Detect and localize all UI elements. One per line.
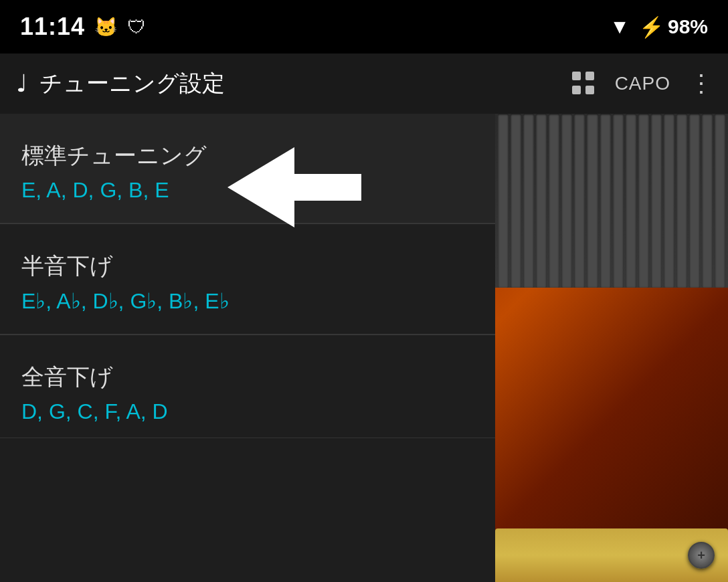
grid-dot (572, 72, 581, 80)
status-bar: 11:14 🐱 🛡 ▼ ⚡ 98% (0, 0, 728, 54)
app-title-area: ♩ チューニング設定 (16, 68, 561, 99)
battery-percentage: 98% (668, 15, 708, 38)
guitar-string-12 (638, 114, 649, 288)
guitar-string-11 (626, 114, 636, 288)
selected-arrow-indicator (227, 147, 361, 227)
guitar-string-10 (613, 114, 624, 288)
guitar-string-5 (549, 114, 559, 288)
tuning-item-whole-down[interactable]: 全音下げ D, G, C, F, A, D (0, 335, 495, 438)
guitar-string-14 (664, 114, 674, 288)
tuning-item-standard[interactable]: 標準チューニング E, A, D, G, B, E (0, 114, 495, 223)
tuning-notes-half-down: E♭, A♭, D♭, G♭, B♭, E♭ (21, 288, 474, 314)
app-bar-actions: CAPO ⋮ (572, 72, 712, 96)
page-title: チューニング設定 (39, 68, 225, 99)
guitar-string-16 (689, 114, 700, 288)
guitar-string-3 (523, 114, 534, 288)
battery-area: ⚡ 98% (639, 15, 708, 39)
status-time: 11:14 (20, 13, 85, 41)
music-note-icon: ♩ (16, 70, 27, 98)
guitar-string-18 (715, 114, 725, 288)
svg-marker-0 (227, 147, 361, 227)
tuning-item-half-down[interactable]: 半音下げ E♭, A♭, D♭, G♭, B♭, E♭ (0, 224, 495, 334)
grid-dot (572, 86, 581, 94)
tuning-list: 標準チューニング E, A, D, G, B, E 半音下げ E♭, A♭, D… (0, 114, 495, 582)
cat-icon: 🐱 (94, 16, 118, 38)
guitar-string-7 (574, 114, 585, 288)
guitar-string-17 (702, 114, 713, 288)
guitar-string-6 (561, 114, 572, 288)
grid-dot (585, 72, 594, 80)
grid-dot (585, 86, 594, 94)
capo-button[interactable]: CAPO (615, 73, 670, 94)
guitar-string-1 (498, 114, 509, 288)
battery-charging-icon: ⚡ (639, 15, 664, 39)
guitar-strings (495, 114, 728, 288)
tuning-name-half-down: 半音下げ (21, 251, 474, 282)
guitar-string-8 (587, 114, 598, 288)
shield-icon: 🛡 (127, 16, 146, 38)
guitar-string-15 (676, 114, 687, 288)
wifi-icon: ▼ (610, 15, 630, 38)
grid-view-icon[interactable] (572, 72, 596, 96)
guitar-bottom-hardware (495, 528, 728, 582)
status-left: 11:14 🐱 🛡 (20, 13, 146, 41)
main-content: 標準チューニング E, A, D, G, B, E 半音下げ E♭, A♭, D… (0, 114, 728, 582)
guitar-panel (495, 114, 728, 582)
guitar-string-4 (536, 114, 547, 288)
guitar-screw (688, 542, 715, 569)
guitar-string-13 (651, 114, 662, 288)
guitar-string-9 (600, 114, 611, 288)
guitar-string-2 (511, 114, 521, 288)
tuning-notes-whole-down: D, G, C, F, A, D (21, 399, 474, 424)
more-options-icon[interactable]: ⋮ (689, 72, 712, 96)
status-right: ▼ ⚡ 98% (610, 15, 708, 39)
app-bar: ♩ チューニング設定 CAPO ⋮ (0, 54, 728, 114)
tuning-name-whole-down: 全音下げ (21, 362, 474, 393)
